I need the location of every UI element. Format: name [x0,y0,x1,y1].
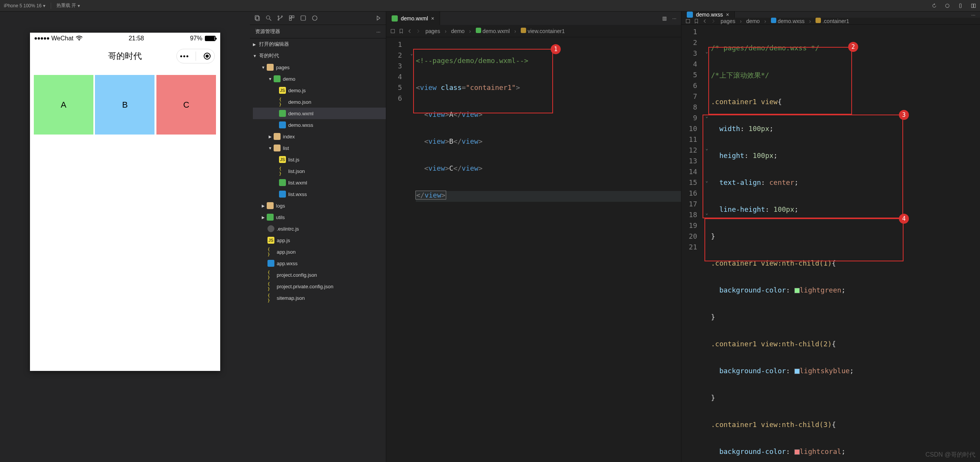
signal-icon [35,37,49,40]
phone-nav-bar: 哥的时代 [30,44,220,68]
debug-icon[interactable] [311,15,318,22]
hot-reload-toggle[interactable]: 热重载 开▾ [53,0,84,11]
tree-file-app-json[interactable]: { }app.json [253,246,386,258]
more-icon[interactable]: ··· [672,15,676,21]
wxss-icon [267,260,274,267]
tree-file-proj-cfg[interactable]: { }project.config.json [253,269,386,281]
split-editor-icon[interactable]: ▥ [662,15,667,21]
svg-point-11 [281,16,282,17]
breadcrumb: pages› demo› demo.wxss› .container1 [681,18,980,25]
forward-icon[interactable] [711,18,716,24]
folder-icon [274,133,281,140]
svg-rect-3 [974,4,976,7]
battery-pct: 97% [190,35,202,42]
forward-icon[interactable] [415,28,421,34]
bc-symbol[interactable]: .container1 [816,18,849,24]
svg-rect-12 [289,16,291,18]
tree-file-list-json[interactable]: { }list.json [253,165,386,177]
device-selector[interactable]: iPhone 5 100% 16▾ [0,0,49,11]
bc-file[interactable]: demo.wxml [476,28,510,34]
tree-file-demo-wxml[interactable]: demo.wxml [253,108,386,119]
phone-page: A B C [30,68,220,371]
bookmark-icon[interactable] [694,18,699,24]
more-icon[interactable]: ··· [971,12,975,18]
box-icon[interactable] [288,15,295,22]
folder-icon [274,145,281,151]
svg-point-4 [79,40,80,40]
bc-symbol[interactable]: view.container1 [521,28,565,34]
watermark: CSDN @哥的时代 [925,451,975,459]
home-button[interactable] [941,0,954,11]
bc-file[interactable]: demo.wxss [771,18,805,24]
wxml-icon [279,110,286,117]
device-icon[interactable] [954,0,967,11]
svg-point-9 [278,16,279,17]
svg-rect-2 [972,4,973,7]
back-icon[interactable] [702,18,708,24]
project-section[interactable]: ▼哥的时代 [250,50,386,61]
tree-folder-index[interactable]: ▶index [253,131,386,142]
json-icon: { } [279,168,286,174]
split-icon[interactable] [967,0,980,11]
tree-folder-list[interactable]: ▼list [253,142,386,154]
wxml-icon [279,179,286,186]
compare-icon[interactable] [685,18,691,24]
editor-wxss: demo.wxss × ··· pages› demo› demo.wxss› … [681,12,980,462]
tree-file-demo-js[interactable]: JSdemo.js [253,85,386,96]
code-editor-wxml[interactable]: 123456 ⌄ <!--pages/demo/demo.wxml--> <vi… [386,37,681,462]
extensions-icon[interactable] [300,15,307,22]
config-icon [267,225,274,232]
folder-icon [267,202,274,209]
close-icon[interactable]: × [431,15,434,22]
tree-file-list-wxml[interactable]: list.wxml [253,177,386,188]
svg-point-0 [945,4,949,7]
json-icon: { } [279,98,286,105]
code-editor-wxss[interactable]: 123456789101112131415161718192021 ⌄⌄⌄⌄⌄ … [681,25,980,462]
tree-file-demo-wxss[interactable]: demo.wxss [253,119,386,131]
tree-folder-utils[interactable]: ▶utils [253,211,386,223]
bc-demo[interactable]: demo [451,28,465,34]
search-icon[interactable] [265,15,272,22]
tree-file-proj-priv[interactable]: { }project.private.config.json [253,281,386,292]
bookmark-icon[interactable] [399,28,404,34]
tree-file-app-wxss[interactable]: app.wxss [253,258,386,269]
refresh-button[interactable] [928,0,941,11]
tab-bar: demo.wxss × ··· [681,12,980,18]
compare-icon[interactable] [390,28,395,34]
json-icon: { } [267,294,274,301]
back-icon[interactable] [407,28,412,34]
tree-folder-demo[interactable]: ▼demo [253,73,386,85]
container1: A B C [33,75,217,135]
tree-file-demo-json[interactable]: { }demo.json [253,96,386,108]
page-title: 哥的时代 [108,50,142,62]
compile-icon[interactable] [375,15,382,22]
capsule-menu[interactable] [176,49,215,63]
js-icon: JS [267,237,274,244]
tree-file-list-wxss[interactable]: list.wxss [253,188,386,200]
bc-pages[interactable]: pages [425,28,440,34]
tree-folder-logs[interactable]: ▶logs [253,200,386,211]
more-icon[interactable]: ··· [376,29,380,35]
tree-file-app-js[interactable]: JSapp.js [253,234,386,246]
json-icon: { } [267,283,274,290]
close-icon[interactable]: × [726,12,729,18]
editor-wxml: demo.wxml × ▥ ··· pages› demo› demo.wxml… [386,12,681,462]
tree-file-sitemap[interactable]: { }sitemap.json [253,292,386,304]
bc-pages[interactable]: pages [721,18,735,24]
svg-line-8 [269,19,271,21]
svg-rect-17 [391,29,394,33]
bc-demo[interactable]: demo [746,18,760,24]
branch-icon[interactable] [277,15,284,22]
tree-folder-pages[interactable]: ▼pages [253,61,386,73]
open-editors-section[interactable]: ▶打开的编辑器 [250,38,386,50]
files-icon[interactable] [254,15,261,22]
tab-demo-wxml[interactable]: demo.wxml × [386,12,440,25]
js-icon: JS [279,156,286,163]
tree-file-list-js[interactable]: JSlist.js [253,154,386,165]
tree-file-eslintrc[interactable]: .eslintrc.js [253,223,386,234]
svg-rect-15 [301,16,306,20]
explorer-action-bar [250,12,386,25]
tab-demo-wxss[interactable]: demo.wxss × [681,12,735,18]
cell-b: B [95,75,154,135]
gutter: 123456789101112131415161718192021 [681,25,703,462]
